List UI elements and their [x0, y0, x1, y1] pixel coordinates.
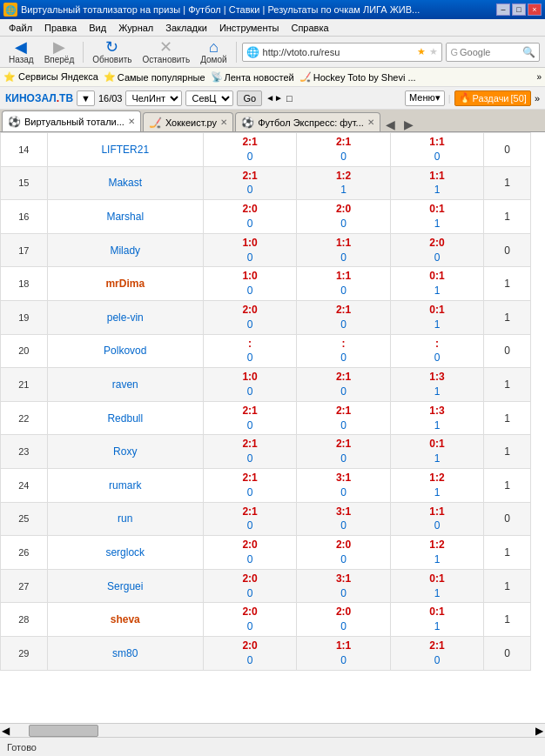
row-match1: 1:0 0	[203, 233, 296, 267]
tab-virtual[interactable]: ⚽ Виртуальный тотали... ✕	[2, 110, 141, 131]
bookmarks-more[interactable]: »	[536, 72, 542, 82]
checkbox-icon[interactable]: □	[286, 93, 293, 104]
row-points: 1	[484, 200, 531, 234]
go-button[interactable]: Go	[237, 90, 262, 106]
tab-close-football[interactable]: ✕	[367, 117, 374, 127]
menu-journal[interactable]: Журнал	[113, 21, 158, 35]
back-label: Назад	[9, 55, 34, 64]
row-num: 23	[1, 435, 48, 469]
row-points: 0	[484, 233, 531, 267]
tab-close-hockey[interactable]: ✕	[220, 117, 227, 127]
scroll-area[interactable]: 14 LIFTER21 2:1 0 2:1 0 1:1 0	[0, 132, 545, 680]
row-points: 1	[484, 536, 531, 570]
row-match2: : 0	[297, 334, 390, 368]
row-name[interactable]: Milady	[47, 233, 203, 267]
tab-hockey[interactable]: 🏒 Хоккеист.ру ✕	[143, 112, 233, 131]
h-scroll-thumb[interactable]	[29, 725, 98, 737]
row-name[interactable]: run	[47, 502, 203, 536]
maximize-button[interactable]: □	[512, 3, 526, 16]
razdachi-button[interactable]: 🔥 Раздачи [50]	[454, 90, 531, 106]
row-points: 1	[484, 468, 531, 502]
more-arrow[interactable]: »	[535, 93, 540, 104]
status-text: Готово	[7, 742, 37, 753]
row-name[interactable]: Redbull	[47, 401, 203, 435]
h-scrollbar[interactable]: ◀ ▶	[0, 723, 545, 737]
search-icon[interactable]: 🔍	[522, 46, 535, 58]
menu-edit[interactable]: Правка	[39, 21, 82, 35]
table-row: 28 sheva 2:0 0 2:0 0 0:1 1	[1, 603, 531, 637]
row-name[interactable]: Makast	[47, 166, 203, 200]
minimize-button[interactable]: –	[496, 3, 510, 16]
search-box[interactable]: G 🔍	[446, 43, 540, 62]
search-input[interactable]	[460, 47, 521, 57]
row-name[interactable]: rumark	[47, 468, 203, 502]
row-name[interactable]: Serguei	[47, 569, 203, 603]
row-name[interactable]: serglock	[47, 536, 203, 570]
division-select[interactable]: СевЦ	[185, 90, 233, 106]
tab-nav-prev[interactable]: ◀	[382, 117, 399, 131]
row-match2: 1:1 0	[297, 233, 390, 267]
row-match1: 2:1 0	[203, 133, 296, 167]
url-bar[interactable]: 🌐 http://vtoto.ru/resu ★ ★	[242, 43, 443, 62]
home-label: Домой	[200, 55, 226, 64]
row-match3: 0:1 1	[390, 200, 483, 234]
bookmark-star-icon: ⭐	[3, 71, 16, 82]
bookmark-item-3[interactable]: 📡 Лента новостей	[211, 71, 294, 83]
stop-label: Остановить	[143, 55, 191, 64]
row-name[interactable]: sheva	[47, 603, 203, 637]
kinozal-logo[interactable]: КИНОЗАЛ.ТВ	[5, 92, 73, 104]
row-points: 1	[484, 401, 531, 435]
logo-dropdown[interactable]: ▼	[77, 90, 95, 106]
menu-label: Меню▾	[409, 92, 441, 104]
menu-button[interactable]: Меню▾	[405, 90, 445, 106]
window-controls[interactable]: – □ ×	[496, 3, 542, 16]
bookmark-item[interactable]: ⭐ Сервисы Яндекса	[3, 71, 98, 83]
tab-football[interactable]: ⚽ Футбол Экспресс: фут... ✕	[235, 112, 380, 131]
back-button[interactable]: ◀ Назад	[5, 37, 37, 66]
menu-view[interactable]: Вид	[84, 21, 111, 35]
stop-button[interactable]: ✕ Остановить	[139, 37, 194, 66]
menu-file[interactable]: Файл	[3, 21, 37, 35]
menu-bookmarks[interactable]: Закладки	[160, 21, 212, 35]
row-match3: 1:1 0	[390, 502, 483, 536]
tab-close-virtual[interactable]: ✕	[128, 117, 135, 126]
h-scroll-right-icon[interactable]: ▶	[534, 725, 545, 737]
row-match3: 1:3 1	[390, 401, 483, 435]
window-title: Виртуальный тотализатор на призы | Футбо…	[21, 4, 493, 15]
nav-bar: ◀ Назад ▶ Вперёд ↻ Обновить ✕ Остановить…	[0, 37, 545, 68]
h-scroll-left-icon[interactable]: ◀	[0, 725, 11, 737]
table-row: 20 Polkovod : 0 : 0 : 0	[1, 334, 531, 368]
row-name[interactable]: Polkovod	[47, 334, 203, 368]
row-name[interactable]: mrDima	[47, 267, 203, 301]
row-match3: 1:1 0	[390, 133, 483, 167]
row-name[interactable]: LIFTER21	[47, 133, 203, 167]
row-name[interactable]: Roxy	[47, 435, 203, 469]
row-name[interactable]: Marshal	[47, 200, 203, 234]
bookmark-item-2[interactable]: ⭐ Самые популярные	[104, 71, 205, 83]
row-name[interactable]: sm80	[47, 636, 203, 670]
forward-button[interactable]: ▶ Вперёд	[41, 37, 78, 66]
row-name[interactable]: raven	[47, 368, 203, 402]
stop-icon: ✕	[159, 39, 172, 55]
close-button[interactable]: ×	[528, 3, 542, 16]
home-button[interactable]: ⌂ Домой	[197, 37, 230, 66]
row-num: 22	[1, 401, 48, 435]
row-num: 14	[1, 133, 48, 167]
tab-nav-next[interactable]: ▶	[400, 117, 417, 131]
row-name[interactable]: pele-vin	[47, 300, 203, 334]
row-points: 0	[484, 133, 531, 167]
nav-separator-2	[236, 42, 237, 63]
row-points: 1	[484, 569, 531, 603]
row-points: 1	[484, 368, 531, 402]
league-select[interactable]: ЧелИнт	[125, 90, 182, 106]
row-num: 15	[1, 166, 48, 200]
menu-help[interactable]: Справка	[286, 21, 333, 35]
row-match2: 2:1 0	[297, 300, 390, 334]
bookmark-label-4: Hockey Toto by Shevi ...	[313, 72, 416, 83]
row-match2: 2:0 0	[297, 603, 390, 637]
results-table: 14 LIFTER21 2:1 0 2:1 0 1:1 0	[0, 132, 531, 671]
bookmark-item-4[interactable]: 🏒 Hockey Toto by Shevi ...	[299, 71, 416, 83]
row-num: 25	[1, 502, 48, 536]
menu-tools[interactable]: Инструменты	[214, 21, 285, 35]
refresh-button[interactable]: ↻ Обновить	[89, 37, 135, 66]
